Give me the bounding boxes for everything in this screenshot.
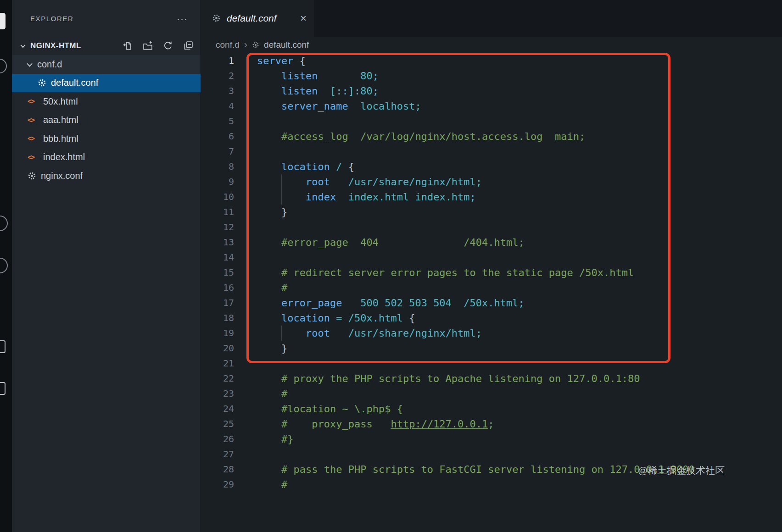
- tree-item-aaa.html[interactable]: <>aaa.html: [12, 111, 201, 130]
- code-line-text: index index.html index.htm;: [234, 189, 476, 205]
- code-line-16[interactable]: 16 #: [201, 280, 782, 295]
- explorer-actions: [123, 41, 193, 51]
- code-line-12[interactable]: 12: [201, 220, 782, 235]
- tab-label: default.conf: [227, 13, 294, 24]
- code-line-text: }: [234, 205, 287, 220]
- code-token: {: [293, 55, 306, 66]
- breadcrumb-item-file[interactable]: default.conf: [264, 40, 309, 50]
- code-token: [318, 85, 330, 97]
- html-file-icon: <>: [28, 134, 38, 143]
- code-line-text: [234, 356, 257, 371]
- code-token: listen: [281, 70, 318, 82]
- line-number: 17: [201, 295, 234, 310]
- line-number: 23: [201, 386, 234, 401]
- code-token: [257, 433, 281, 445]
- line-number: 19: [201, 326, 234, 341]
- code-token: [257, 267, 281, 278]
- code-token: [330, 161, 336, 172]
- vscode-window: EXPLORER ··· NGINX-HTML conf.d: [0, 0, 782, 532]
- code-token: [257, 312, 281, 324]
- code-line-15[interactable]: 15 # redirect server error pages to the …: [201, 265, 782, 280]
- collapse-all-icon[interactable]: [183, 41, 193, 51]
- code-line-text: }: [234, 341, 287, 356]
- code-area[interactable]: 1server {2 listen 80;3 listen [::]:80;4 …: [201, 53, 782, 492]
- editor-pane[interactable]: 1server {2 listen 80;3 listen [::]:80;4 …: [201, 53, 782, 532]
- line-number: 4: [201, 99, 234, 114]
- more-actions-icon[interactable]: ···: [177, 14, 188, 23]
- code-line-17[interactable]: 17 error_page 500 502 503 504 /50x.html;: [201, 295, 782, 310]
- partial-activity-icon: [0, 133, 7, 150]
- tree-item-index.html[interactable]: <>index.html: [12, 148, 201, 167]
- line-number: 22: [201, 371, 234, 386]
- code-line-19[interactable]: 19 root /usr/share/nginx/html;: [201, 326, 782, 341]
- explorer-header: EXPLORER ···: [12, 0, 201, 37]
- tree-item-bbb.html[interactable]: <>bbb.html: [12, 129, 201, 148]
- line-number: 3: [201, 83, 234, 99]
- code-line-23[interactable]: 23 #: [201, 386, 782, 401]
- code-line-26[interactable]: 26 #}: [201, 432, 782, 447]
- code-line-11[interactable]: 11 }: [201, 205, 782, 220]
- url-link[interactable]: http://127.0.0.1: [391, 418, 488, 430]
- code-line-25[interactable]: 25 # proxy_pass http://127.0.0.1;: [201, 416, 782, 432]
- code-token: [330, 327, 348, 339]
- code-line-28[interactable]: 28 # pass the PHP scripts to FastCGI ser…: [201, 462, 782, 477]
- line-number: 13: [201, 235, 234, 250]
- code-token: # proxy_pass: [281, 418, 391, 430]
- code-line-7[interactable]: 7: [201, 144, 782, 159]
- code-line-14[interactable]: 14: [201, 250, 782, 265]
- tab-bar: default.conf ×: [201, 0, 782, 37]
- code-line-1[interactable]: 1server {: [201, 53, 782, 68]
- code-line-29[interactable]: 29 #: [201, 477, 782, 492]
- partial-activity-icon: [0, 258, 8, 273]
- code-line-text: root /usr/share/nginx/html;: [234, 326, 482, 341]
- code-line-5[interactable]: 5: [201, 114, 782, 129]
- code-line-3[interactable]: 3 listen [::]:80;: [201, 83, 782, 99]
- line-number: 6: [201, 129, 234, 144]
- html-file-icon: <>: [28, 97, 38, 105]
- code-line-4[interactable]: 4 server_name localhost;: [201, 99, 782, 114]
- tree-item-nginx.conf[interactable]: nginx.conf: [12, 166, 201, 185]
- code-token: # pass the PHP scripts to FastCGI server…: [281, 464, 695, 475]
- code-line-text: [234, 220, 257, 235]
- code-token: location: [281, 312, 330, 324]
- partial-activity-icon: [0, 382, 6, 395]
- close-icon[interactable]: ×: [300, 13, 307, 24]
- tree-item-conf.d[interactable]: conf.d: [12, 55, 201, 74]
- code-line-text: #: [234, 477, 287, 492]
- code-line-21[interactable]: 21: [201, 356, 782, 371]
- line-number: 18: [201, 310, 234, 326]
- code-line-text: [234, 447, 257, 462]
- tree-item-default.conf[interactable]: default.conf: [12, 74, 201, 93]
- code-token: #access_log /var/log/nginx/host.access.l…: [281, 131, 585, 142]
- code-line-20[interactable]: 20 }: [201, 341, 782, 356]
- code-line-8[interactable]: 8 location / {: [201, 159, 782, 174]
- code-line-9[interactable]: 9 root /usr/share/nginx/html;: [201, 174, 782, 189]
- code-line-text: listen 80;: [234, 68, 379, 83]
- code-line-text: listen [::]:80;: [234, 83, 379, 99]
- code-token: root: [306, 327, 330, 339]
- code-line-10[interactable]: 10 index index.html index.htm;: [201, 189, 782, 205]
- code-token: localhost;: [360, 100, 421, 112]
- code-line-13[interactable]: 13 #error_page 404 /404.html;: [201, 235, 782, 250]
- breadcrumb-item-folder[interactable]: conf.d: [216, 40, 240, 50]
- code-line-24[interactable]: 24 #location ~ \.php$ {: [201, 401, 782, 416]
- code-line-text: #: [234, 280, 287, 295]
- tab-default-conf[interactable]: default.conf ×: [201, 0, 314, 37]
- new-file-icon[interactable]: [123, 41, 133, 51]
- code-line-18[interactable]: 18 location = /50x.html {: [201, 310, 782, 326]
- code-line-text: server_name localhost;: [234, 99, 421, 114]
- code-line-27[interactable]: 27: [201, 447, 782, 462]
- refresh-icon[interactable]: [163, 41, 173, 51]
- project-section-header[interactable]: NGINX-HTML: [12, 37, 201, 55]
- code-line-6[interactable]: 6 #access_log /var/log/nginx/host.access…: [201, 129, 782, 144]
- code-line-2[interactable]: 2 listen 80;: [201, 68, 782, 83]
- tree-item-50x.html[interactable]: <>50x.html: [12, 92, 201, 111]
- code-line-22[interactable]: 22 # proxy the PHP scripts to Apache lis…: [201, 371, 782, 386]
- project-name: NGINX-HTML: [30, 41, 123, 50]
- activity-bar[interactable]: [0, 0, 12, 532]
- code-token: [257, 373, 281, 384]
- code-token: = /50x.html: [336, 312, 403, 324]
- chevron-right-icon: ›: [244, 40, 247, 50]
- new-folder-icon[interactable]: [143, 41, 153, 51]
- code-token: /usr/share/nginx/html;: [348, 176, 482, 188]
